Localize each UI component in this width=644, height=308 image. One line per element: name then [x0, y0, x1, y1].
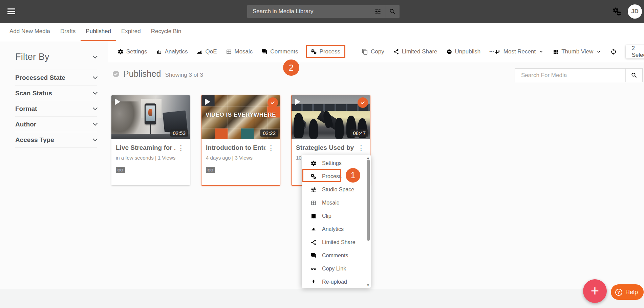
- menu-item-studio-space[interactable]: Studio Space: [302, 183, 371, 196]
- card-meta: 4 days ago | 3 Views: [206, 155, 277, 161]
- menu-item-settings[interactable]: Settings: [302, 157, 371, 170]
- sidebar-item-processed-state[interactable]: Processed State: [15, 70, 97, 85]
- search-filters-icon[interactable]: [371, 5, 385, 18]
- admin-gears-icon[interactable]: [613, 7, 622, 16]
- filter-by-title: Filter By: [15, 52, 49, 62]
- sidebar-item-label: Format: [15, 105, 37, 113]
- more-actions-icon[interactable]: •••: [489, 49, 495, 54]
- kebab-menu-icon[interactable]: ⋮: [356, 144, 367, 152]
- sidebar-item-label: Access Type: [15, 136, 54, 144]
- selection-count: 2 Selected: [631, 45, 644, 58]
- card-title: Strategies Used by ...: [296, 144, 356, 151]
- sidebar-item-label: Scan Status: [15, 90, 52, 97]
- help-button[interactable]: ? Help: [611, 284, 644, 300]
- chevron-down-icon: [93, 105, 98, 110]
- play-icon[interactable]: [205, 98, 210, 105]
- video-thumbnail[interactable]: VIDEO IS EVERYWHERE 02:22: [201, 95, 280, 139]
- menu-item-comments[interactable]: Comments: [302, 249, 371, 262]
- menu-item-label: Mosaic: [322, 200, 339, 206]
- duration-badge: 08:47: [350, 129, 368, 137]
- unpublish-button[interactable]: Unpublish: [446, 48, 481, 55]
- sidebar-item-format[interactable]: Format: [15, 101, 97, 116]
- selected-check-icon[interactable]: [267, 97, 278, 108]
- scrollbar-thumb[interactable]: [367, 160, 370, 241]
- menu-item-analytics[interactable]: Analytics: [302, 222, 371, 236]
- kebab-menu-icon[interactable]: ⋮: [265, 144, 277, 152]
- sidebar-item-label: Processed State: [15, 74, 65, 81]
- menu-item-clip[interactable]: Clip: [302, 209, 371, 222]
- question-icon: ?: [615, 289, 622, 296]
- search-icon[interactable]: [385, 5, 400, 18]
- limited-share-button[interactable]: Limited Share: [393, 48, 437, 55]
- duration-badge: 02:22: [260, 129, 278, 137]
- refresh-icon[interactable]: [610, 48, 617, 55]
- unpublish-label: Unpublish: [455, 48, 481, 55]
- media-search-input[interactable]: [515, 69, 625, 82]
- card-context-menu: Settings Process Studio Space Mosaic Cli…: [302, 155, 371, 288]
- media-library-search: [247, 5, 400, 18]
- copy-label: Copy: [371, 48, 384, 55]
- media-library-search-input[interactable]: [247, 8, 371, 15]
- scroll-down-icon[interactable]: ▼: [366, 283, 370, 287]
- avatar[interactable]: JD: [628, 4, 642, 19]
- menu-item-process[interactable]: Process: [302, 170, 371, 183]
- tab-expired[interactable]: Expired: [116, 23, 146, 41]
- tab-recycle-bin[interactable]: Recycle Bin: [146, 23, 187, 41]
- view-label: Thumb View: [561, 48, 593, 55]
- process-button[interactable]: Process: [311, 48, 340, 55]
- menu-item-label: Process: [322, 173, 342, 180]
- menu-item-label: Analytics: [322, 226, 344, 232]
- sort-dropdown[interactable]: Most Recent: [495, 48, 544, 55]
- page-title: Published: [123, 69, 161, 79]
- view-dropdown[interactable]: Thumb View: [553, 48, 601, 55]
- bulk-actions-toolbar: Settings Analytics QoE Mosaic Comments P…: [108, 41, 644, 62]
- help-label: Help: [625, 289, 638, 296]
- divider: [15, 147, 97, 148]
- comments-label: Comments: [270, 48, 298, 55]
- play-icon[interactable]: [295, 98, 300, 105]
- qoe-label: QoE: [205, 48, 217, 55]
- add-media-fab[interactable]: +: [583, 279, 607, 303]
- chevron-down-icon: [93, 54, 98, 58]
- filter-by-header[interactable]: Filter By: [0, 42, 108, 70]
- divider: [353, 47, 353, 56]
- sidebar-item-scan-status[interactable]: Scan Status: [15, 85, 97, 101]
- sort-label: Most Recent: [503, 48, 536, 55]
- media-search-icon[interactable]: [625, 69, 642, 82]
- menu-item-re-upload[interactable]: Re-upload: [302, 275, 371, 288]
- selected-check-icon[interactable]: [358, 97, 368, 108]
- settings-label: Settings: [126, 48, 147, 55]
- analytics-button[interactable]: Analytics: [156, 48, 188, 55]
- chevron-down-icon: [93, 121, 98, 126]
- sidebar-item-access-type[interactable]: Access Type: [15, 132, 97, 147]
- media-card-live-streaming[interactable]: 02:53 Live Streaming for ... ⋮ in a few …: [111, 95, 190, 185]
- menu-item-copy-link[interactable]: Copy Link: [302, 262, 371, 275]
- process-label: Process: [320, 48, 340, 55]
- media-card-introduction[interactable]: VIDEO IS EVERYWHERE 02:22 Introduction t…: [201, 95, 280, 185]
- duration-badge: 02:53: [170, 129, 188, 137]
- play-icon[interactable]: [115, 98, 120, 105]
- filter-sidebar: Filter By Processed State Scan Status Fo…: [0, 42, 108, 289]
- scroll-up-icon[interactable]: ▲: [366, 156, 370, 160]
- sidebar-item-author[interactable]: Author: [15, 116, 97, 132]
- media-search: [515, 68, 643, 82]
- copy-button[interactable]: Copy: [362, 48, 384, 55]
- menu-item-limited-share[interactable]: Limited Share: [302, 236, 371, 249]
- media-tabs: Add New Media Drafts Published Expired R…: [0, 23, 644, 41]
- analytics-label: Analytics: [165, 48, 188, 55]
- menu-item-label: Studio Space: [322, 187, 354, 193]
- qoe-button[interactable]: QoE: [196, 48, 217, 55]
- video-thumbnail[interactable]: 02:53: [111, 95, 190, 139]
- tab-published[interactable]: Published: [81, 23, 116, 41]
- settings-button[interactable]: Settings: [117, 48, 147, 55]
- bottom-band: [0, 289, 644, 308]
- mosaic-button[interactable]: Mosaic: [226, 48, 253, 55]
- menu-item-mosaic[interactable]: Mosaic: [302, 196, 371, 209]
- limited-share-label: Limited Share: [402, 48, 437, 55]
- comments-button[interactable]: Comments: [261, 48, 298, 55]
- menu-icon[interactable]: [7, 8, 15, 16]
- tab-add-new-media[interactable]: Add New Media: [4, 23, 55, 41]
- kebab-menu-icon[interactable]: ⋮: [175, 144, 187, 152]
- video-thumbnail[interactable]: 08:47: [292, 95, 370, 139]
- tab-drafts[interactable]: Drafts: [55, 23, 81, 41]
